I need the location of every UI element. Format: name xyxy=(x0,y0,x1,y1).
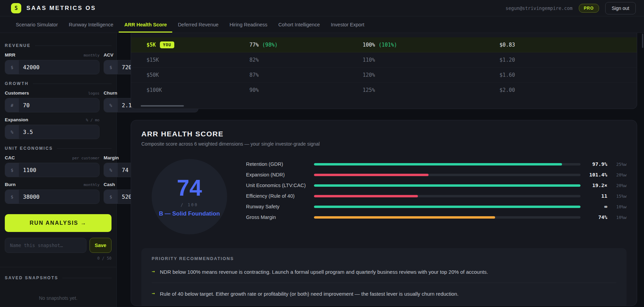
nav-tab[interactable]: Runway Intelligence xyxy=(63,16,119,33)
input-prefix-symbol: # xyxy=(5,98,19,112)
save-snapshot-button[interactable]: Save xyxy=(90,238,112,253)
dimension-label: Runway Safety xyxy=(246,204,311,209)
metric-input-wrap: $ xyxy=(5,189,99,204)
priority-recommendations-box: PRIORITY RECOMMENDATIONS → NDR below 100… xyxy=(141,248,627,306)
field-label: Cash xyxy=(104,182,115,187)
sidebar-divider xyxy=(0,267,116,267)
run-analysis-button[interactable]: RUN ANALYSIS → xyxy=(5,214,112,232)
input-prefix-symbol: % xyxy=(104,98,118,112)
snapshot-save-row: Save xyxy=(5,238,112,253)
gdr-benchmark-value: 82% xyxy=(249,57,259,63)
input-prefix-symbol: $ xyxy=(5,60,19,74)
section-divider-line xyxy=(62,278,112,278)
table-row: $100K 90% 125% $2.00 xyxy=(131,83,637,98)
metric-input[interactable] xyxy=(19,163,99,177)
metric-input-wrap: % xyxy=(5,125,99,139)
revenue-section-title: REVENUE xyxy=(5,43,31,48)
ratio-value: $2.00 xyxy=(476,87,515,93)
dimension-bar-fill xyxy=(314,206,581,208)
no-snapshots-message: No snapshots yet. xyxy=(5,295,112,301)
dimension-row: Gross Margin 74% 10%w xyxy=(246,214,627,221)
nav-tab[interactable]: Deferred Revenue xyxy=(172,16,224,33)
nav-tab[interactable]: Investor Export xyxy=(325,16,370,33)
top-header: S SAAS METRICS OS segun@strivingempire.c… xyxy=(0,0,644,16)
horizontal-scrollbar-thumb[interactable] xyxy=(141,105,184,107)
metric-input[interactable] xyxy=(19,125,99,139)
dimension-weight: 25%w xyxy=(610,162,627,167)
dimension-label: Gross Margin xyxy=(246,214,311,220)
field-label: Churn xyxy=(104,90,117,96)
arr-health-score-card: ARR HEALTH SCORE Composite score across … xyxy=(131,120,637,306)
unit-economics-section-title: UNIT ECONOMICS xyxy=(5,146,53,151)
nav-tab[interactable]: Hiring Readiness xyxy=(224,16,273,33)
score-gauge: 74 / 100 B — Solid Foundation xyxy=(152,159,227,234)
arr-tier-label: $50K xyxy=(147,72,159,78)
field-unit-hint: % / mo xyxy=(86,118,99,122)
score-max: / 100 xyxy=(180,202,198,207)
metric-field: Expansion % / mo % xyxy=(5,117,99,139)
app-logo-icon: S xyxy=(11,3,21,13)
dimension-bar-fill xyxy=(314,163,562,165)
metric-input-wrap: $ xyxy=(5,60,99,74)
table-row: $5K YOU 77%(98%) 100%(101%) $0.83 xyxy=(131,37,637,52)
nav-tab[interactable]: Cohort Intelligence xyxy=(273,16,325,33)
dimension-bar-track xyxy=(314,206,581,208)
field-unit-hint: logos xyxy=(88,91,99,96)
dimension-bar-fill xyxy=(314,195,418,197)
main-nav: Scenario Simulator Runway Intelligence A… xyxy=(0,16,644,33)
dimension-row: Retention (GDR) 97.9% 25%w xyxy=(246,161,627,168)
vertical-scrollbar-thumb[interactable] xyxy=(642,34,643,48)
growth-section-title: GROWTH xyxy=(5,81,29,86)
section-divider-line xyxy=(35,46,112,46)
snapshot-counter: 0 / 50 xyxy=(5,256,112,261)
dimension-label: Efficiency (Rule of 40) xyxy=(246,193,311,199)
inputs-sidebar: REVENUE MRR monthly $ ACV annual xyxy=(0,33,117,307)
input-prefix-symbol: % xyxy=(104,163,118,177)
dimension-row: Runway Safety ∞ 10%w xyxy=(246,203,627,210)
dimension-label: Unit Economics (LTV:CAC) xyxy=(246,183,311,188)
dimension-bars: Retention (GDR) 97.9% 25%w Expansion (ND… xyxy=(246,159,627,221)
dimension-weight: 10%w xyxy=(610,204,627,209)
dimension-row: Expansion (NDR) 101.4% 20%w xyxy=(246,171,627,178)
app-title: SAAS METRICS OS xyxy=(26,5,96,12)
field-label: CAC xyxy=(5,155,15,160)
metric-input[interactable] xyxy=(19,190,99,204)
metric-input[interactable] xyxy=(19,98,99,112)
dimension-bar-fill xyxy=(314,216,495,219)
gdr-actual-note: (98%) xyxy=(262,42,278,48)
input-prefix-symbol: $ xyxy=(5,190,19,204)
ndr-benchmark-value: 100% xyxy=(363,42,375,48)
arr-tier-label: $15K xyxy=(147,57,159,63)
nav-tab[interactable]: ARR Health Score xyxy=(119,16,172,33)
dimension-value: 11 xyxy=(583,193,607,199)
metric-input-wrap: $ xyxy=(5,163,99,177)
sign-out-button[interactable]: Sign out xyxy=(605,2,636,14)
card-subtitle: Composite score across 6 weighted dimens… xyxy=(141,141,627,147)
nav-tab[interactable]: Scenario Simulator xyxy=(10,16,63,33)
user-email: segun@strivingempire.com xyxy=(506,5,573,11)
field-unit-hint: monthly xyxy=(84,53,99,58)
dimension-bar-track xyxy=(314,163,581,165)
saved-snapshots-header: SAVED SNAPSHOTS xyxy=(5,275,112,280)
recommendation-item: → NDR below 100% means revenue is contra… xyxy=(152,261,616,283)
metric-input[interactable] xyxy=(19,60,99,74)
ratio-value: $0.83 xyxy=(476,42,515,48)
dimension-value: 101.4% xyxy=(583,172,607,177)
field-label: Customers xyxy=(5,90,29,96)
dimension-bar-track xyxy=(314,216,581,219)
card-title: ARR HEALTH SCORE xyxy=(141,130,627,138)
input-prefix-symbol: $ xyxy=(104,60,118,74)
gdr-benchmark-value: 77% xyxy=(249,42,259,48)
growth-fields: Customers logos # Churn % / mo % xyxy=(5,90,112,139)
input-prefix-symbol: % xyxy=(5,125,19,139)
dimension-weight: 20%w xyxy=(610,183,627,188)
snapshot-name-input[interactable] xyxy=(5,238,86,253)
plan-badge: PRO xyxy=(579,4,599,13)
metric-field: MRR monthly $ xyxy=(5,52,99,74)
unit-economics-fields: CAC per customer $ Margin gross % % xyxy=(5,155,112,204)
growth-section-header: GROWTH xyxy=(5,81,112,86)
dimension-weight: 15%w xyxy=(610,194,627,199)
you-badge: YOU xyxy=(160,41,174,48)
dimension-bar-fill xyxy=(314,184,581,187)
score-grade: B — Solid Foundation xyxy=(159,210,220,217)
